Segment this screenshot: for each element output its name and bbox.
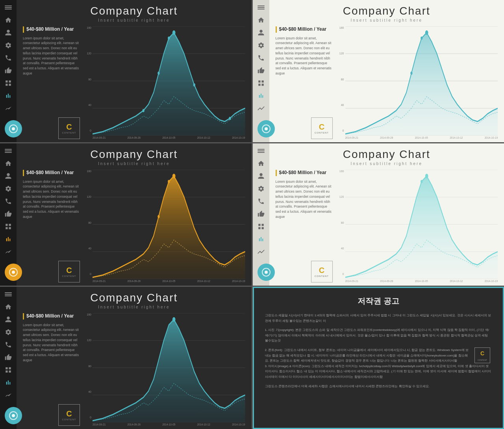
grid-icon-5[interactable] xyxy=(4,366,13,374)
phone-icon[interactable] xyxy=(4,54,13,62)
settings-icon-2[interactable] xyxy=(257,41,265,50)
panel-2-circle-button[interactable] xyxy=(258,120,275,137)
thumb-icon[interactable] xyxy=(4,66,13,75)
y-axis-2: 16012080400 xyxy=(337,26,345,139)
y-axis-3: 16012080400 xyxy=(84,170,93,282)
svg-point-8 xyxy=(143,109,145,112)
home-icon-4[interactable] xyxy=(257,159,265,168)
svg-point-17 xyxy=(421,37,422,40)
person-icon-3[interactable] xyxy=(4,172,13,180)
svg-point-7 xyxy=(158,72,159,75)
panel-2-logo: C CONTENT xyxy=(311,117,333,139)
bar-chart-icon-4[interactable] xyxy=(257,235,265,243)
copyright-section-2: 2. 폰트(font): 그린도스 내에서 사이트, 첨부 폰트는. 네이어 나… xyxy=(265,347,469,364)
logo-sub-5: CONTENT xyxy=(62,418,76,421)
x-labels-5: 2014-09-212014-09-282014-10-052014-10-12… xyxy=(93,422,245,426)
grid-icon-3[interactable] xyxy=(4,222,13,231)
copyright-title: 저작권 공고 xyxy=(265,296,492,306)
grid-icon[interactable] xyxy=(4,79,13,87)
x-labels-1: 2014-09-212014-09-282014-10-052014-10-12… xyxy=(93,136,245,139)
trending-icon[interactable] xyxy=(4,104,13,113)
y-axis-4: 16012080400 xyxy=(337,170,345,282)
play-icon-2 xyxy=(262,124,271,133)
panel-1-title: Company Chart xyxy=(23,5,245,17)
person-icon-2[interactable] xyxy=(257,28,265,37)
phone-icon-4[interactable] xyxy=(257,197,265,206)
panel-1-logo: C CONTENT xyxy=(58,117,80,139)
panel-2-subtitle: Insert subtitle right here xyxy=(276,18,498,22)
menu-icon-4[interactable] xyxy=(257,147,265,155)
grid-icon-2[interactable] xyxy=(257,79,265,87)
logo-sub-2: CONTENT xyxy=(315,132,329,134)
trending-icon-5[interactable] xyxy=(4,391,13,399)
panel-3-revenue: $40-$80 Million / Year xyxy=(23,170,80,176)
grid-icon-4[interactable] xyxy=(257,222,265,231)
panel-1-lorem: Lorem ipsum dolor sit amet, consectetur … xyxy=(23,36,80,115)
svg-point-25 xyxy=(168,180,170,183)
trending-icon-4[interactable] xyxy=(257,247,265,256)
panel-4-subtitle: Insert subtitle right here xyxy=(276,162,498,166)
copyright-section-3: 3. 아이시(image) & 아이콘(icon): 그린도스 내에서 세작건 … xyxy=(265,364,492,380)
svg-point-18 xyxy=(410,72,412,75)
logo-letter: C xyxy=(66,123,72,132)
panel-1-circle-button[interactable] xyxy=(5,120,22,137)
panel-3-subtitle: Insert subtitle right here xyxy=(23,162,245,166)
home-icon[interactable] xyxy=(4,16,13,24)
bar-chart-icon-2[interactable] xyxy=(257,91,265,100)
person-icon-4[interactable] xyxy=(257,172,265,180)
panel-3-logo: C CONTENT xyxy=(58,261,80,282)
thumb-icon-3[interactable] xyxy=(4,210,13,218)
trending-icon-3[interactable] xyxy=(4,247,13,256)
person-icon-5[interactable] xyxy=(4,315,13,324)
copyright-section-2-text: 2. 폰트(font): 그린도스 내에서 사이트, 첨부 폰트는. 네이어 나… xyxy=(265,347,469,364)
copyright-panel: 저작권 공고 그린도스 세웁일 시(사)서기 한대이 1:4와의 협력에 쇼파서… xyxy=(253,287,504,429)
home-icon-3[interactable] xyxy=(4,159,13,168)
panel-3-lorem: Lorem ipsum dolor sit amet, consectetur … xyxy=(23,179,80,258)
settings-icon-5[interactable] xyxy=(4,328,13,336)
svg-point-16 xyxy=(425,30,428,35)
home-icon-2[interactable] xyxy=(257,16,265,24)
panel-3-content: Company Chart Insert subtitle right here… xyxy=(17,143,252,286)
panel-2: Company Chart Insert subtitle right here… xyxy=(253,0,504,142)
home-icon-5[interactable] xyxy=(4,303,13,311)
panel-4: Company Chart Insert subtitle right here… xyxy=(253,143,504,286)
person-icon[interactable] xyxy=(4,28,13,37)
panel-1-revenue: $40-$80 Million / Year xyxy=(23,26,80,33)
thumb-icon-4[interactable] xyxy=(257,210,265,218)
panel-4-title: Company Chart xyxy=(276,148,498,161)
settings-icon-3[interactable] xyxy=(4,184,13,193)
thumb-icon-5[interactable] xyxy=(4,353,13,362)
copyright-logo: C CONTENT xyxy=(474,347,490,363)
menu-icon[interactable] xyxy=(4,3,13,12)
panel-5-circle-button[interactable] xyxy=(5,407,22,424)
panel-5-subtitle: Insert subtitle right here xyxy=(23,305,245,309)
settings-icon[interactable] xyxy=(4,41,13,50)
phone-icon-3[interactable] xyxy=(4,197,13,206)
play-icon-4 xyxy=(262,268,271,277)
panel-3: Company Chart Insert subtitle right here… xyxy=(0,143,252,286)
thumb-icon-2[interactable] xyxy=(257,66,265,75)
copyright-section-2-wrap: 2. 폰트(font): 그린도스 내에서 사이트, 첨부 폰트는. 네이어 나… xyxy=(265,347,492,364)
svg-point-9 xyxy=(193,83,195,86)
phone-icon-2[interactable] xyxy=(257,54,265,62)
copyright-section-1-text: 1. 사진 기(copyright): 본은 그린도스의 쇼파 및 세작으건 그… xyxy=(265,327,492,344)
settings-icon-4[interactable] xyxy=(257,184,265,193)
menu-icon-2[interactable] xyxy=(257,3,265,12)
trending-icon-2[interactable] xyxy=(257,104,265,113)
panel-3-circle-button[interactable] xyxy=(5,264,22,281)
copyright-intro: 그린도스 세웁일 시(사)서기 한대이 1:4와의 협력에 쇼파서의 사에서 있… xyxy=(265,313,492,323)
panel-1: Company Chart Insert subtitle right here… xyxy=(0,0,252,142)
bar-chart-icon-3[interactable] xyxy=(4,235,13,243)
menu-icon-3[interactable] xyxy=(4,147,13,155)
logo-letter-2: C xyxy=(319,123,324,132)
play-icon-5 xyxy=(9,411,18,420)
logo-sub: CONTENT xyxy=(62,132,76,134)
panel-4-circle-button[interactable] xyxy=(258,264,275,281)
panel-4-content: Company Chart Insert subtitle right here… xyxy=(269,143,504,286)
bar-chart-icon-5[interactable] xyxy=(4,378,13,387)
bar-chart-icon[interactable] xyxy=(4,91,13,100)
menu-icon-5[interactable] xyxy=(4,290,13,299)
phone-icon-5[interactable] xyxy=(4,340,13,349)
panel-2-title: Company Chart xyxy=(276,5,498,17)
panel-5-lorem: Lorem ipsum dolor sit amet, consectetur … xyxy=(23,323,80,402)
